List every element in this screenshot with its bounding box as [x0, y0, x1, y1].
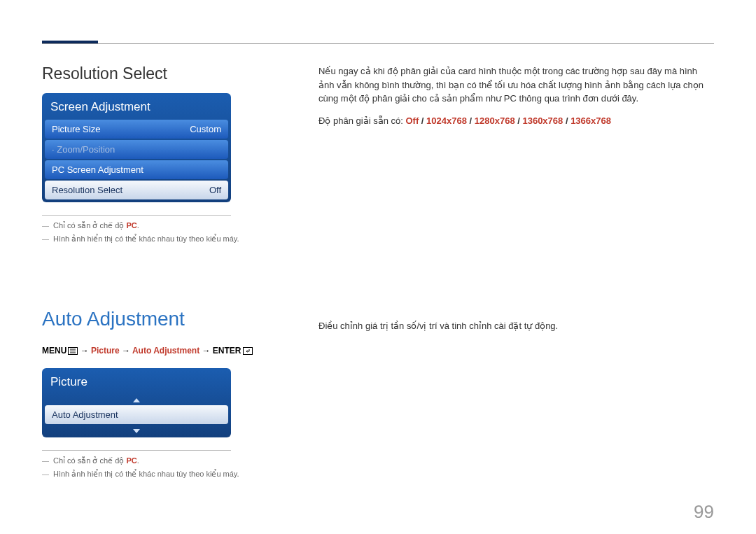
osd-row-label: PC Screen Adjustment	[52, 164, 144, 175]
section-auto-adjustment-left: Auto Adjustment MENU → Picture → Auto Ad…	[42, 308, 280, 483]
opt-1280: 1280x768	[475, 115, 515, 126]
osd-nav-down[interactable]	[43, 426, 230, 436]
osd-panel-picture: Picture Auto Adjustment	[42, 368, 231, 437]
enter-icon	[243, 347, 253, 355]
note-image-vary: Hình ảnh hiển thị có thể khác nhau tùy t…	[42, 470, 280, 479]
osd-row-label: Auto Adjustment	[52, 409, 118, 420]
note-text: Hình ảnh hiển thị có thể khác nhau tùy t…	[53, 470, 239, 479]
section-title-resolution: Resolution Select	[42, 64, 280, 83]
note-text-suffix: .	[137, 221, 139, 230]
page-number: 99	[694, 501, 714, 523]
chevron-down-icon	[133, 429, 140, 433]
nav-enter: ENTER	[213, 346, 241, 356]
osd-header: Screen Adjustment	[43, 94, 230, 120]
body-paragraph: Điều chỉnh giá trị tần số/vị trí và tinh…	[318, 319, 714, 333]
header-rule	[42, 43, 714, 44]
osd-row-auto-adjustment[interactable]: Auto Adjustment	[45, 405, 228, 424]
nav-arrow: →	[78, 346, 91, 356]
note-pc-label: PC	[126, 456, 136, 465]
osd-nav-up[interactable]	[43, 395, 230, 405]
notes-divider	[42, 450, 231, 451]
opt-1024: 1024x768	[426, 115, 467, 126]
sep: /	[419, 115, 426, 126]
osd-row-value: Off	[209, 185, 221, 195]
nav-picture: Picture	[91, 346, 120, 356]
opt-1360: 1360x768	[522, 115, 563, 126]
osd-row-zoom-position[interactable]: · Zoom/Position	[45, 140, 228, 159]
sep: /	[515, 115, 523, 126]
osd-row-resolution-select[interactable]: Resolution Select Off	[45, 181, 228, 199]
note-text-suffix: .	[137, 456, 139, 465]
note-text: Hình ảnh hiển thị có thể khác nhau tùy t…	[53, 234, 239, 244]
osd-row-label: Resolution Select	[52, 185, 122, 195]
svg-marker-5	[133, 398, 140, 402]
section-resolution-left: Resolution Select Screen Adjustment Pict…	[42, 64, 280, 248]
note-pc-only: Chỉ có sẵn ở chế độ PC.	[42, 456, 280, 465]
section-resolution-right: Nếu ngay cả khi độ phân giải của card hì…	[318, 64, 714, 126]
body-paragraph: Nếu ngay cả khi độ phân giải của card hì…	[318, 64, 714, 106]
nav-auto-adjustment: Auto Adjustment	[132, 346, 200, 356]
available-resolutions: Độ phân giải sẵn có: Off / 1024x768 / 12…	[318, 115, 714, 126]
svg-marker-6	[133, 429, 140, 433]
osd-row-label: · Zoom/Position	[52, 144, 115, 155]
osd-row-value: Custom	[190, 124, 221, 134]
section-auto-adjustment-right: Điều chỉnh giá trị tần số/vị trí và tinh…	[318, 319, 714, 343]
note-text-prefix: Chỉ có sẵn ở chế độ	[53, 221, 126, 230]
opt-off: Off	[405, 115, 419, 126]
nav-menu: MENU	[42, 346, 66, 356]
menu-icon	[68, 347, 78, 355]
nav-breadcrumb: MENU → Picture → Auto Adjustment → ENTER	[42, 346, 280, 356]
nav-arrow: →	[200, 346, 213, 356]
osd-row-pc-screen-adjustment[interactable]: PC Screen Adjustment	[45, 160, 228, 179]
avail-prefix: Độ phân giải sẵn có:	[318, 115, 405, 126]
notes-divider	[42, 215, 231, 216]
osd-header: Picture	[43, 370, 230, 395]
section-title-auto-adjustment: Auto Adjustment	[42, 308, 280, 330]
sep: /	[563, 115, 570, 126]
osd-row-picture-size[interactable]: Picture Size Custom	[45, 120, 228, 139]
note-text-prefix: Chỉ có sẵn ở chế độ	[53, 456, 126, 465]
osd-row-label: Picture Size	[52, 124, 100, 134]
osd-panel-screen-adjustment: Screen Adjustment Picture Size Custom · …	[42, 93, 231, 202]
note-image-vary: Hình ảnh hiển thị có thể khác nhau tùy t…	[42, 234, 280, 244]
note-pc-label: PC	[126, 221, 136, 230]
note-pc-only: Chỉ có sẵn ở chế độ PC.	[42, 221, 280, 230]
sep: /	[467, 115, 475, 126]
nav-arrow: →	[120, 346, 132, 356]
chevron-up-icon	[133, 398, 140, 402]
opt-1366: 1366x768	[570, 115, 611, 126]
